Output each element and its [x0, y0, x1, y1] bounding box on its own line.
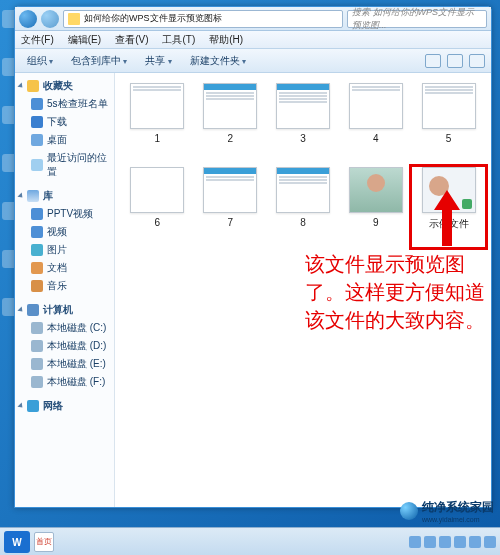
breadcrumb[interactable]: 如何给你的WPS文件显示预览图标 [63, 10, 343, 28]
explorer-window: 如何给你的WPS文件显示预览图标 搜索 如何给你的WPS文件显示预览图... 文… [14, 6, 492, 508]
file-label: 9 [373, 217, 379, 228]
start-button[interactable]: W [4, 531, 30, 553]
menu-file[interactable]: 文件(F) [21, 33, 54, 47]
tray-icon[interactable] [409, 536, 421, 548]
file-label: 5 [446, 133, 452, 144]
star-icon [27, 80, 39, 92]
nav-back-button[interactable] [19, 10, 37, 28]
file-thumbnail [276, 167, 330, 213]
toolbar: 组织 包含到库中 共享 新建文件夹 [15, 49, 491, 73]
file-item[interactable]: 8 [267, 167, 340, 247]
tray-icon[interactable] [469, 536, 481, 548]
file-thumbnail [276, 83, 330, 129]
tray-icon[interactable] [484, 536, 496, 548]
help-icon[interactable] [469, 54, 485, 68]
computer-icon [27, 304, 39, 316]
menu-tools[interactable]: 工具(T) [162, 33, 195, 47]
sidebar-item-desktop[interactable]: 桌面 [17, 131, 112, 149]
tray-icon[interactable] [439, 536, 451, 548]
desktop-icon [31, 134, 43, 146]
sidebar-item-recent[interactable]: 最近访问的位置 [17, 149, 112, 181]
file-thumbnail [203, 83, 257, 129]
file-item[interactable]: 3 [267, 83, 340, 163]
recent-icon [31, 159, 43, 171]
file-label: 4 [373, 133, 379, 144]
file-label: 8 [300, 217, 306, 228]
disk-icon [31, 376, 43, 388]
file-thumbnail [130, 167, 184, 213]
toolbar-include[interactable]: 包含到库中 [65, 52, 133, 70]
tray-icon[interactable] [454, 536, 466, 548]
sidebar-item-downloads[interactable]: 下载 [17, 113, 112, 131]
sidebar-item-5s[interactable]: 5s检查班名单 [17, 95, 112, 113]
svg-text:W: W [12, 537, 22, 548]
file-label: 示例文件 [429, 217, 469, 231]
menu-help[interactable]: 帮助(H) [209, 33, 243, 47]
picture-icon [31, 244, 43, 256]
view-options-icon[interactable] [425, 54, 441, 68]
file-item-highlighted[interactable]: 示例文件 [412, 167, 485, 247]
sidebar-network-header[interactable]: 网络 [17, 397, 112, 415]
wps-logo-icon: W [10, 535, 24, 549]
network-icon [27, 400, 39, 412]
toolbar-newfolder[interactable]: 新建文件夹 [184, 52, 252, 70]
download-icon [31, 116, 43, 128]
file-thumbnail [422, 167, 476, 213]
sidebar-libraries-header[interactable]: 库 [17, 187, 112, 205]
menu-view[interactable]: 查看(V) [115, 33, 148, 47]
video-icon [31, 226, 43, 238]
watermark-logo-icon [400, 502, 418, 520]
nav-forward-button[interactable] [41, 10, 59, 28]
file-item[interactable]: 9 [339, 167, 412, 247]
file-thumbnail [422, 83, 476, 129]
sidebar-item-documents[interactable]: 文档 [17, 259, 112, 277]
toolbar-organize[interactable]: 组织 [21, 52, 59, 70]
search-input[interactable]: 搜索 如何给你的WPS文件显示预览图... [347, 10, 487, 28]
file-label: 3 [300, 133, 306, 144]
sidebar-item-pptv[interactable]: PPTV视频 [17, 205, 112, 223]
sidebar-computer-header[interactable]: 计算机 [17, 301, 112, 319]
watermark: 纯净系统家园 www.yidaimei.com [400, 499, 494, 523]
menu-edit[interactable]: 编辑(E) [68, 33, 101, 47]
file-item[interactable]: 4 [339, 83, 412, 163]
file-item[interactable]: 6 [121, 167, 194, 247]
disk-icon [31, 358, 43, 370]
file-label: 1 [155, 133, 161, 144]
file-label: 2 [227, 133, 233, 144]
watermark-url: www.yidaimei.com [422, 516, 494, 523]
file-item[interactable]: 7 [194, 167, 267, 247]
file-label: 7 [227, 217, 233, 228]
sidebar-item-video[interactable]: 视频 [17, 223, 112, 241]
file-thumbnail [349, 167, 403, 213]
library-icon [27, 190, 39, 202]
sidebar-item-pictures[interactable]: 图片 [17, 241, 112, 259]
file-grid: 1 2 3 4 5 6 7 8 9 示例文件 [115, 73, 491, 507]
sidebar-item-disk-d[interactable]: 本地磁盘 (D:) [17, 337, 112, 355]
tray-icon[interactable] [424, 536, 436, 548]
music-icon [31, 280, 43, 292]
file-label: 6 [155, 217, 161, 228]
wps-badge-icon [462, 199, 472, 209]
search-placeholder: 搜索 如何给你的WPS文件显示预览图... [352, 6, 482, 32]
file-thumbnail [130, 83, 184, 129]
sidebar-favorites-header[interactable]: 收藏夹 [17, 77, 112, 95]
sidebar-item-disk-c[interactable]: 本地磁盘 (C:) [17, 319, 112, 337]
file-item[interactable]: 2 [194, 83, 267, 163]
titlebar: 如何给你的WPS文件显示预览图标 搜索 如何给你的WPS文件显示预览图... [15, 7, 491, 31]
file-icon [31, 98, 43, 110]
toolbar-share[interactable]: 共享 [139, 52, 177, 70]
file-item[interactable]: 1 [121, 83, 194, 163]
preview-pane-icon[interactable] [447, 54, 463, 68]
sidebar-item-disk-f[interactable]: 本地磁盘 (F:) [17, 373, 112, 391]
sidebar-item-music[interactable]: 音乐 [17, 277, 112, 295]
video-icon [31, 208, 43, 220]
file-item[interactable]: 5 [412, 83, 485, 163]
menubar: 文件(F) 编辑(E) 查看(V) 工具(T) 帮助(H) [15, 31, 491, 49]
taskbar-app[interactable]: 首页 [34, 532, 54, 552]
document-icon [31, 262, 43, 274]
file-thumbnail [349, 83, 403, 129]
watermark-text: 纯净系统家园 [422, 499, 494, 516]
folder-icon [68, 13, 80, 25]
sidebar-item-disk-e[interactable]: 本地磁盘 (E:) [17, 355, 112, 373]
disk-icon [31, 322, 43, 334]
